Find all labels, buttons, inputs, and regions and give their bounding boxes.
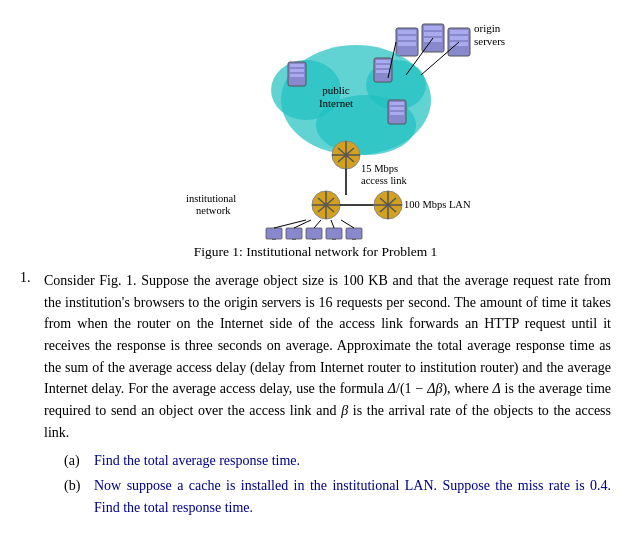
figure-caption: Figure 1: Institutional network for Prob… bbox=[194, 244, 438, 260]
svg-rect-6 bbox=[424, 32, 442, 36]
svg-text:15 Mbps: 15 Mbps bbox=[361, 163, 398, 174]
svg-rect-56 bbox=[286, 228, 302, 239]
svg-rect-9 bbox=[450, 30, 468, 34]
svg-text:institutional: institutional bbox=[186, 193, 236, 204]
problem-text: Consider Fig. 1. Suppose the average obj… bbox=[44, 270, 611, 523]
svg-text:Internet: Internet bbox=[318, 97, 352, 109]
sub-text-b: Now suppose a cache is installed in the … bbox=[94, 475, 611, 518]
svg-rect-54 bbox=[272, 239, 276, 240]
sub-items: (a) Find the total average response time… bbox=[64, 450, 611, 519]
svg-rect-53 bbox=[266, 228, 282, 239]
svg-rect-2 bbox=[398, 36, 416, 40]
svg-line-72 bbox=[341, 220, 354, 228]
origin-server-1 bbox=[396, 28, 418, 56]
problem-item-1: 1. Consider Fig. 1. Suppose the average … bbox=[20, 270, 611, 523]
svg-rect-62 bbox=[326, 228, 342, 239]
svg-rect-22 bbox=[290, 74, 304, 77]
svg-rect-26 bbox=[376, 70, 390, 73]
origin-servers-label: origin bbox=[474, 22, 501, 34]
svg-rect-5 bbox=[424, 26, 442, 30]
problem-number: 1. bbox=[20, 270, 38, 523]
sub-item-b: (b) Now suppose a cache is installed in … bbox=[64, 475, 611, 518]
svg-rect-66 bbox=[352, 239, 356, 240]
svg-rect-20 bbox=[290, 64, 304, 67]
svg-line-71 bbox=[331, 220, 334, 228]
svg-rect-65 bbox=[346, 228, 362, 239]
svg-rect-57 bbox=[292, 239, 296, 240]
svg-rect-59 bbox=[306, 228, 322, 239]
figure-diagram: origin servers public Internet 15 Mbps bbox=[126, 10, 506, 240]
svg-rect-29 bbox=[390, 107, 404, 110]
svg-rect-3 bbox=[398, 42, 416, 46]
svg-rect-25 bbox=[376, 65, 390, 68]
svg-rect-63 bbox=[332, 239, 336, 240]
svg-line-68 bbox=[274, 220, 306, 228]
svg-line-70 bbox=[314, 220, 321, 228]
svg-text:servers: servers bbox=[474, 35, 505, 47]
sub-label-b: (b) bbox=[64, 475, 88, 518]
svg-text:public: public bbox=[322, 84, 350, 96]
svg-rect-28 bbox=[390, 102, 404, 105]
problem-section: 1. Consider Fig. 1. Suppose the average … bbox=[20, 270, 611, 523]
svg-rect-30 bbox=[390, 112, 404, 115]
sub-item-a: (a) Find the total average response time… bbox=[64, 450, 611, 472]
figure-container: origin servers public Internet 15 Mbps bbox=[20, 10, 611, 260]
svg-rect-21 bbox=[290, 69, 304, 72]
svg-text:network: network bbox=[196, 205, 231, 216]
svg-rect-60 bbox=[312, 239, 316, 240]
svg-rect-1 bbox=[398, 30, 416, 34]
svg-text:access link: access link bbox=[361, 175, 408, 186]
sub-text-a: Find the total average response time. bbox=[94, 450, 300, 472]
svg-rect-10 bbox=[450, 36, 468, 40]
svg-rect-24 bbox=[376, 60, 390, 63]
svg-text:100 Mbps LAN: 100 Mbps LAN bbox=[404, 199, 471, 210]
sub-label-a: (a) bbox=[64, 450, 88, 472]
